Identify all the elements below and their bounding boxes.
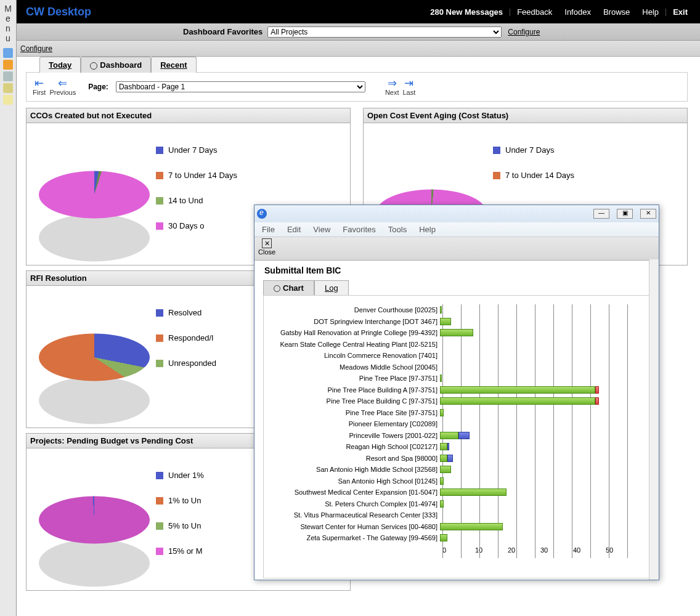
bar-label: Pioneer Elementary [C02089] (267, 420, 440, 428)
bar-segment-green (440, 466, 451, 473)
ie-icon (257, 209, 267, 219)
infodex-link[interactable]: Infodex (564, 7, 591, 17)
bar-label: San Antonio High Middle School [32568] (267, 466, 440, 473)
bar-label: Lincoln Commerce Renovation [7401] (267, 352, 440, 359)
rfi-pie (39, 334, 150, 381)
page-label: Page: (88, 83, 108, 91)
popup-chart: Denver Courthouse [02025]DOT Springview … (263, 295, 650, 578)
bar-segment-green (440, 534, 447, 541)
help-link[interactable]: Help (642, 7, 659, 17)
bar-segment-green (440, 397, 595, 405)
popup-titlebar[interactable]: — ▣ ✕ (254, 205, 659, 222)
popup-menubar: File Edit View Favorites Tools Help (254, 222, 659, 237)
configure-link-1[interactable]: Configure (508, 28, 540, 36)
bar-label: Pine Tree Place Building C [97-3751] (267, 397, 440, 405)
page-nav: ⇤First ⇐Previous Page: Dashboard - Page … (26, 72, 688, 102)
bar-segment-green (440, 523, 503, 530)
bar-segment-green (440, 500, 444, 508)
doc-icon[interactable] (3, 83, 13, 93)
ccos-pie (39, 171, 150, 219)
bar-label: St. Vitus Pharmaceutical Research Center… (267, 511, 440, 519)
toolbar-close-button[interactable]: ✕Close (258, 238, 275, 256)
favorites-select[interactable]: All Projects (267, 26, 502, 38)
widget-ccos-title: CCOs Created but not Executed (26, 108, 350, 123)
brand: CW Desktop (26, 6, 91, 18)
bar-segment-green (440, 455, 447, 462)
bar-label: Kearn State College Central Heating Plan… (267, 341, 440, 348)
bar-label: Pine Tree Place Building A [97-3751] (267, 386, 440, 394)
bar-segment-green (440, 488, 507, 496)
left-menu-strip: Menu (0, 0, 17, 616)
bar-label: San Antonio High School [01245] (267, 477, 440, 485)
list-icon[interactable] (3, 48, 13, 58)
popup-toolbar: ✕Close (254, 237, 659, 261)
minimize-button[interactable]: — (593, 209, 609, 219)
bar-label: Denver Courthouse [02025] (267, 306, 440, 314)
tab-dashboard[interactable]: Dashboard (81, 57, 151, 73)
bar-segment-green (440, 409, 444, 416)
dashboard-ribbon: Dashboard Favorites All Projects Configu… (17, 23, 700, 41)
configure-link-2[interactable]: Configure (20, 44, 52, 53)
clock-icon (90, 62, 97, 70)
browse-link[interactable]: Browse (603, 7, 630, 17)
page-select[interactable]: Dashboard - Page 1 (116, 81, 365, 92)
bar-segment-green (440, 329, 473, 336)
nav-previous[interactable]: ⇐Previous (49, 78, 76, 96)
menu-edit[interactable]: Edit (287, 225, 301, 234)
widget-open-cost-title: Open Cost Event Aging (Cost Status) (364, 108, 687, 123)
nav-first[interactable]: ⇤First (33, 78, 46, 96)
clock-icon (274, 285, 280, 292)
tab-recent[interactable]: Recent (151, 57, 196, 73)
bar-label: Princeville Towers [2001-022] (267, 432, 440, 439)
menu-tools[interactable]: Tools (388, 225, 407, 234)
menu-help[interactable]: Help (419, 225, 436, 234)
popup-window: — ▣ ✕ File Edit View Favorites Tools Hel… (254, 205, 659, 580)
menu-file[interactable]: File (262, 225, 275, 234)
bar-label: Pine Tree Place Site [97-3751] (267, 409, 440, 416)
popup-tabs: Chart Log (263, 280, 659, 295)
favorites-label: Dashboard Favorites (183, 27, 262, 36)
bar-label: Gatsby Hall Renovation at Pringle Colleg… (267, 329, 440, 336)
bar-label: Zeta Supermarket - The Gateway [99-4569] (267, 534, 440, 541)
popup-tab-log[interactable]: Log (314, 280, 349, 295)
star-icon[interactable] (3, 60, 13, 70)
main-tabs: Today Dashboard Recent (39, 57, 688, 73)
bar-segment-green (440, 375, 442, 382)
menu-view[interactable]: View (313, 225, 330, 234)
bar-segment-green (440, 443, 447, 450)
bar-segment-blue (447, 455, 453, 462)
bar-segment-blue (458, 432, 470, 439)
bar-segment-red (595, 386, 599, 394)
bar-segment-blue (447, 443, 449, 450)
bar-segment-green (440, 306, 442, 314)
bar-label: St. Peters Church Complex [01-4974] (267, 500, 440, 508)
bar-label: Stewart Center for Human Services [00-46… (267, 523, 440, 530)
mail-icon[interactable] (3, 95, 13, 105)
nav-next[interactable]: ⇒Next (385, 78, 399, 96)
maximize-button[interactable]: ▣ (617, 209, 633, 219)
bar-segment-green (440, 386, 595, 394)
popup-scrollbar[interactable] (649, 259, 659, 580)
bar-segment-green (440, 318, 451, 325)
bar-label: Reagan High School [C02127] (267, 443, 440, 450)
projects-pie (39, 496, 150, 544)
bar-label: Pine Tree Place [97-3751] (267, 375, 440, 382)
close-window-button[interactable]: ✕ (640, 209, 656, 219)
popup-tab-chart[interactable]: Chart (263, 280, 314, 295)
search-icon[interactable] (3, 71, 13, 81)
menu-label[interactable]: Menu (0, 4, 16, 43)
bar-segment-green (440, 432, 458, 439)
topbar: CW Desktop 280 New Messages | Feedback I… (17, 0, 700, 23)
tab-today[interactable]: Today (39, 57, 81, 73)
menu-favorites[interactable]: Favorites (343, 225, 375, 234)
bar-segment-red (595, 397, 599, 405)
bar-segment-green (440, 477, 444, 485)
popup-title: Submittal Item BIC (254, 261, 659, 280)
exit-link[interactable]: Exit (673, 7, 688, 17)
nav-last[interactable]: ⇥Last (403, 78, 416, 96)
feedback-link[interactable]: Feedback (517, 7, 552, 17)
bar-label: Meadows Middle School [20045] (267, 363, 440, 371)
bar-label: Resort and Spa [98000] (267, 455, 440, 462)
messages-link[interactable]: 280 New Messages (430, 7, 503, 17)
bar-label: Southwest Medical Center Expansion [01-5… (267, 488, 440, 496)
